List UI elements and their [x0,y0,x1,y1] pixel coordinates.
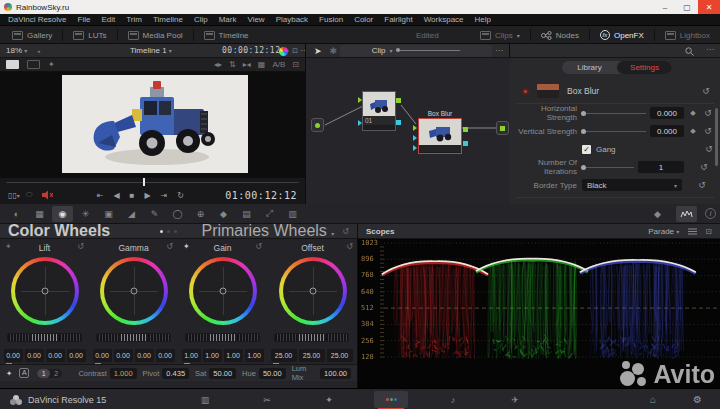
pager-1[interactable]: 1 [37,369,50,378]
fxnode-output-rgb[interactable] [463,127,468,132]
fxnode-input-3[interactable] [413,145,417,151]
tab-library[interactable]: Library [562,61,617,74]
gamma-value-y[interactable]: 0.00 [93,349,112,362]
wheels-reset-button[interactable]: ↺ [342,227,349,236]
lift-master-wheel[interactable] [7,333,82,342]
corrector-node-01[interactable]: 01 [362,91,396,131]
minimize-button[interactable]: – [654,0,676,14]
horizontal-strength-slider[interactable] [582,113,646,114]
gain-value-r[interactable]: 1.00 [203,349,222,362]
menu-view[interactable]: View [247,15,264,24]
keyframes-panel-icon[interactable]: ◆ [647,206,668,222]
page-media[interactable]: ▥ [188,391,222,408]
expand-viewer-icon[interactable]: ⊡ [292,47,298,55]
horizontal-strength-value[interactable]: 0.000 [650,107,684,119]
nodes-button[interactable]: Nodes [533,26,587,44]
menu-clip[interactable]: Clip [194,15,208,24]
menu-trim[interactable]: Trim [126,15,142,24]
node-canvas[interactable]: 01 Box Blur [306,58,510,204]
hue-value[interactable]: 50.00 [259,368,286,379]
gain-value-b[interactable]: 1.00 [245,349,264,362]
reset-icon[interactable]: ↺ [702,108,714,118]
play-reverse-button[interactable]: ◀ [113,191,119,200]
goto-start-button[interactable]: ⇤ [97,191,104,200]
lift-value-g[interactable]: 0.00 [46,349,65,362]
loop-button[interactable]: ↻ [177,191,184,200]
home-icon[interactable]: ⌂ [650,394,656,405]
menu-fusion[interactable]: Fusion [319,15,343,24]
page-edit[interactable]: ✂ [250,391,284,408]
tab-settings[interactable]: Settings [617,61,672,74]
color-viewer-icon[interactable] [279,47,288,56]
select-tool-icon[interactable]: ➤ [314,46,322,56]
tracker-icon[interactable]: ⊕ [190,206,211,222]
reset-icon[interactable]: ↺ [698,162,710,172]
plugin-reset-button[interactable]: ↺ [700,86,712,96]
maximize-button[interactable]: ▢ [676,0,698,14]
offset-value-b[interactable]: 25.00 [327,349,353,362]
ab-compare-button[interactable]: A/B [272,60,285,69]
lift-value-y[interactable]: 0.00 [4,349,23,362]
menu-color[interactable]: Color [354,15,373,24]
viewer-canvas[interactable] [0,72,305,178]
wipe-vertical-icon[interactable]: ⇅ [229,60,236,69]
mute-audio-icon[interactable] [41,190,53,200]
gamma-master-wheel[interactable] [96,333,171,342]
menu-help[interactable]: Help [475,15,491,24]
offset-value-r[interactable]: 25.00 [271,349,297,362]
page-fusion[interactable]: ✦ [312,391,346,408]
offset-value-g[interactable]: 25.00 [299,349,325,362]
scope-settings-icon[interactable] [687,227,698,236]
timeline-button[interactable]: Timeline [196,26,257,44]
page-deliver[interactable]: ✈ [498,391,532,408]
inspector-options-menu[interactable]: ⋯ [706,45,714,54]
gain-value-y[interactable]: 1.00 [182,349,201,362]
offset-color-wheel[interactable] [279,257,347,325]
highlight-icon[interactable]: ⊡ [292,60,299,69]
iterations-slider[interactable] [582,167,634,168]
gallery-button[interactable]: Gallery [4,26,60,44]
iterations-value[interactable]: 1 [638,161,684,173]
reset-icon[interactable]: ↺ [696,180,708,190]
vertical-strength-slider[interactable] [582,131,646,132]
page-color[interactable] [374,391,408,408]
camera-raw-icon[interactable]: ◐ [6,206,27,222]
blur-palette-icon[interactable]: ◆ [213,206,234,222]
wipe-horizontal-icon[interactable]: ◂▸ [214,60,222,69]
gamma-value-b[interactable]: 0.00 [156,349,175,362]
gamma-value-g[interactable]: 0.00 [135,349,154,362]
viewer-scrub-bar[interactable] [0,178,305,186]
curves-icon[interactable]: ◢ [121,206,142,222]
keyframe-icon[interactable]: ◆ [689,127,697,135]
page-fairlight[interactable]: ♪ [436,391,470,408]
timeline-select[interactable]: Timeline 1 ▾ [130,46,172,55]
color-wheels-icon[interactable]: ◉ [52,206,73,222]
rgb-mixer-icon[interactable]: ✳ [75,206,96,222]
reset-icon[interactable]: ↺ [702,126,714,136]
pan-tool-icon[interactable]: ✱ [330,46,338,56]
scope-expand-icon[interactable]: ⊡ [705,227,712,236]
cinema-viewer-icon[interactable]: ⬭ [26,190,33,200]
gain-color-wheel[interactable] [189,257,257,325]
sizing-icon[interactable]: ⤢ [259,206,280,222]
viewer-zoom-select[interactable]: 18% ▾ [6,46,27,55]
qualifier-icon[interactable]: ✎ [144,206,165,222]
fxnode-output-key[interactable] [463,141,468,146]
node-input-key[interactable] [358,120,362,126]
source-node[interactable] [311,118,324,132]
key-palette-icon[interactable]: ▤ [236,206,257,222]
gamma-color-wheel[interactable] [100,257,168,325]
fxnode-input-2[interactable] [413,135,417,141]
menu-workspace[interactable]: Workspace [424,15,464,24]
lift-value-r[interactable]: 0.00 [25,349,44,362]
menu-timeline[interactable]: Timeline [153,15,183,24]
playhead[interactable] [143,178,145,186]
reset-icon[interactable]: ↺ [703,144,715,154]
plugin-enable-toggle[interactable] [522,88,529,95]
split-view-icon[interactable] [27,60,40,69]
sat-value[interactable]: 50.00 [209,368,236,379]
enhanced-viewer-icon[interactable]: ✦ [48,60,55,69]
wipe-mode-icon[interactable] [6,60,19,69]
media-pool-button[interactable]: Media Pool [120,26,191,44]
scopes-panel-icon[interactable] [676,206,697,222]
